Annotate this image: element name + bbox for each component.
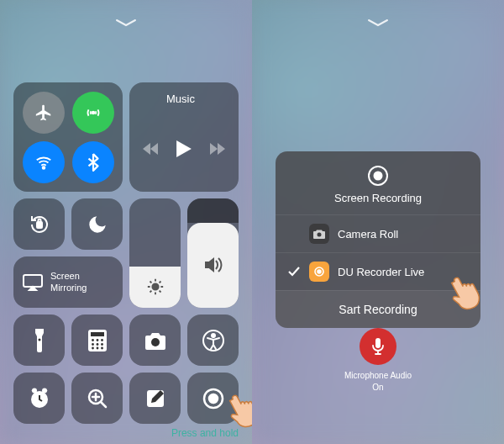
du-recorder-icon (309, 262, 329, 282)
svg-point-21 (33, 388, 36, 392)
screen-recording-popup: Screen Recording Camera Roll DU Recorder… (276, 151, 480, 328)
screen-record-button[interactable] (187, 373, 239, 424)
volume-slider[interactable] (187, 198, 239, 308)
svg-rect-7 (91, 332, 104, 336)
svg-point-10 (101, 339, 103, 341)
option-label: Camera Roll (338, 228, 398, 240)
screen-mirroring-button[interactable]: Screen Mirroring (13, 256, 123, 308)
svg-point-0 (92, 111, 94, 114)
svg-rect-4 (24, 275, 42, 287)
svg-point-8 (92, 339, 94, 341)
brightness-slider[interactable] (129, 198, 181, 308)
cellular-data-button[interactable] (72, 92, 114, 134)
next-track-button[interactable] (210, 143, 225, 155)
svg-point-16 (101, 346, 103, 349)
svg-point-3 (152, 284, 158, 290)
svg-point-13 (101, 343, 103, 346)
checkmark-icon (287, 267, 301, 277)
svg-point-5 (38, 338, 40, 341)
wifi-button[interactable] (23, 141, 65, 183)
svg-point-15 (96, 346, 98, 349)
svg-point-29 (318, 232, 322, 236)
record-circle-icon (367, 165, 389, 187)
chevron-down-icon[interactable] (367, 18, 389, 27)
option-du-recorder[interactable]: DU Recorder Live (276, 252, 480, 290)
press-and-hold-hint: Press and hold (171, 427, 239, 439)
orientation-lock-button[interactable] (13, 198, 65, 250)
svg-point-22 (43, 388, 46, 392)
airplane-mode-button[interactable] (23, 92, 65, 134)
svg-point-19 (212, 334, 215, 337)
popup-title: Screen Recording (334, 192, 422, 204)
svg-rect-32 (375, 338, 381, 348)
control-center-panel: Music (0, 0, 252, 444)
music-label: Music (129, 82, 239, 105)
svg-point-17 (151, 338, 160, 346)
svg-point-26 (209, 394, 218, 403)
play-button[interactable] (176, 140, 192, 157)
svg-rect-2 (37, 222, 42, 228)
camera-roll-icon (309, 224, 329, 244)
accessibility-button[interactable] (187, 314, 239, 366)
svg-point-11 (92, 343, 94, 346)
start-recording-button[interactable]: Sart Recording (276, 290, 480, 328)
microphone-label: Microphone Audio On (252, 370, 504, 394)
music-card[interactable]: Music (129, 82, 239, 192)
svg-point-12 (96, 343, 98, 346)
camera-button[interactable] (129, 314, 181, 366)
alarm-button[interactable] (13, 373, 65, 424)
option-label: DU Recorder Live (338, 266, 424, 278)
microphone-button[interactable] (360, 328, 396, 365)
screen-recording-panel: Screen Recording Camera Roll DU Recorder… (252, 0, 504, 444)
notes-button[interactable] (129, 373, 181, 424)
calculator-button[interactable] (71, 314, 123, 366)
chevron-down-icon[interactable] (115, 18, 137, 27)
svg-point-1 (42, 166, 45, 169)
connectivity-card[interactable] (13, 82, 123, 192)
svg-point-31 (318, 270, 321, 273)
bluetooth-button[interactable] (72, 141, 114, 183)
flashlight-button[interactable] (13, 314, 65, 366)
screen-mirroring-label: Screen Mirroring (50, 271, 87, 293)
prev-track-button[interactable] (143, 143, 158, 155)
svg-point-14 (92, 346, 94, 349)
do-not-disturb-button[interactable] (71, 198, 123, 250)
svg-point-28 (375, 172, 382, 180)
svg-point-9 (96, 339, 98, 341)
option-camera-roll[interactable]: Camera Roll (276, 214, 480, 252)
magnifier-button[interactable] (71, 373, 123, 424)
